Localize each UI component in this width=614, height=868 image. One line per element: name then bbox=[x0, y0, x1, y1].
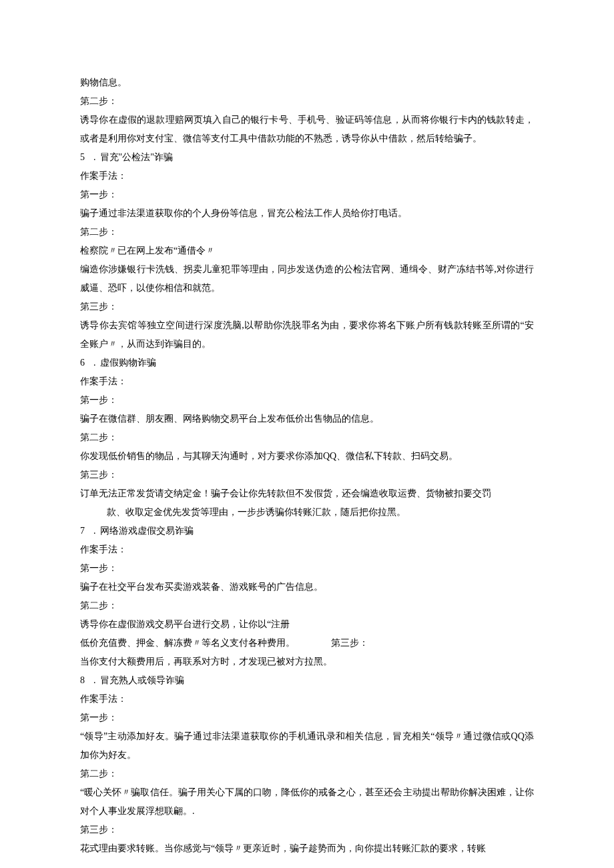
section-heading-8: 8 . 冒充熟人或领导诈骗 bbox=[80, 671, 534, 690]
section-number: 8 bbox=[80, 671, 89, 690]
document-page: 购物信息。 第二步： 诱导你在虚假的退款理赔网页填入自己的银行卡号、手机号、验证… bbox=[0, 0, 614, 868]
text-segment: 低价充值费、押金、解冻费〃等名义支付各种费用。 bbox=[80, 638, 295, 648]
text-line: 花式理由要求转账。当你感觉与“领导〃更亲近时，骗子趁势而为，向你提出转账汇款的要… bbox=[80, 839, 534, 858]
text-line: 诱导你在虚假的退款理赔网页填入自己的银行卡号、手机号、验证码等信息，从而将你银行… bbox=[80, 111, 534, 148]
section-number: 6 bbox=[80, 354, 89, 372]
step-label: 第二步： bbox=[80, 223, 534, 242]
text-line: 诱导你在虚假游戏交易平台进行交易，让你以“注册 bbox=[80, 615, 534, 634]
text-line: “暖心关怀〃骗取信任。骗子用关心下属的口吻，降低你的戒备之心，甚至还会主动提出帮… bbox=[80, 783, 534, 821]
text-line: 编造你涉嫌银行卡洗钱、拐卖儿童犯罪等理由，同步发送伪造的公检法官网、通缉令、财产… bbox=[80, 260, 534, 298]
step-label: 第三步： bbox=[80, 466, 534, 484]
dot-separator: . bbox=[93, 148, 96, 167]
section-heading-7: 7 . 网络游戏虚假交易诈骗 bbox=[80, 522, 534, 540]
step-label: 第一步： bbox=[80, 709, 534, 727]
step-label: 第一步： bbox=[80, 391, 534, 410]
dot-separator: . bbox=[93, 354, 96, 372]
text-line: 骗子通过非法渠道获取你的个人身份等信息，冒充公检法工作人员给你打电话。 bbox=[80, 204, 534, 223]
text-line: 诱导你去宾馆等独立空间进行深度洗脑,以帮助你洗脱罪名为由，要求你将名下账户所有钱… bbox=[80, 316, 534, 354]
text-line: 你发现低价销售的物品，与其聊天沟通时，对方要求你添加QQ、微信私下转款、扫码交易… bbox=[80, 447, 534, 466]
text-line: 购物信息。 bbox=[80, 73, 534, 92]
step-label: 第一步： bbox=[80, 559, 534, 578]
step-label: 第一步： bbox=[80, 185, 534, 204]
dot-separator: . bbox=[93, 522, 96, 540]
text-line: 检察院〃已在网上发布“通借令〃 bbox=[80, 242, 534, 260]
text-line: 低价充值费、押金、解冻费〃等名义支付各种费用。 第三步： bbox=[80, 634, 534, 653]
section-number: 7 bbox=[80, 522, 89, 540]
section-heading-5: 5 . 冒充"公检法"诈骗 bbox=[80, 148, 534, 167]
text-line: 款、收取定金优先发货等理由，一步步诱骗你转账汇款，随后把你拉黑。 bbox=[80, 503, 534, 522]
text-line: 骗子在社交平台发布买卖游戏装备、游戏账号的广告信息。 bbox=[80, 578, 534, 596]
section-title: 虚假购物诈骗 bbox=[100, 354, 156, 372]
method-label: 作案手法： bbox=[80, 372, 534, 391]
section-heading-6: 6 . 虚假购物诈骗 bbox=[80, 354, 534, 372]
method-label: 作案手法： bbox=[80, 690, 534, 709]
method-label: 作案手法： bbox=[80, 167, 534, 185]
dot-separator: . bbox=[93, 671, 96, 690]
text-line: “领导”主动添加好友。骗子通过非法渠道获取你的手机通讯录和相关信息，冒充相关“领… bbox=[80, 727, 534, 765]
step-label: 第三步： bbox=[80, 298, 534, 316]
step-label: 第二步： bbox=[80, 428, 534, 447]
section-title: 冒充"公检法"诈骗 bbox=[100, 148, 173, 167]
step-label: 第二步： bbox=[80, 596, 534, 615]
text-line: 订单无法正常发货请交纳定金！骗子会让你先转款但不发假货，还会编造收取运费、货物被… bbox=[80, 484, 534, 503]
text-line: 骗子在微信群、朋友圈、网络购物交易平台上发布低价出售物品的信息。 bbox=[80, 410, 534, 428]
section-title: 冒充熟人或领导诈骗 bbox=[100, 671, 184, 690]
step-label: 第二步： bbox=[80, 765, 534, 783]
text-line: 当你支付大额费用后，再联系对方时，才发现已被对方拉黑。 bbox=[80, 653, 534, 671]
section-number: 5 bbox=[80, 148, 89, 167]
step-label: 第三步： bbox=[80, 821, 534, 839]
step-label: 第二步： bbox=[80, 92, 534, 111]
section-title: 网络游戏虚假交易诈骗 bbox=[100, 522, 194, 540]
method-label: 作案手法： bbox=[80, 540, 534, 559]
step-label-inline: 第三步： bbox=[331, 638, 368, 648]
